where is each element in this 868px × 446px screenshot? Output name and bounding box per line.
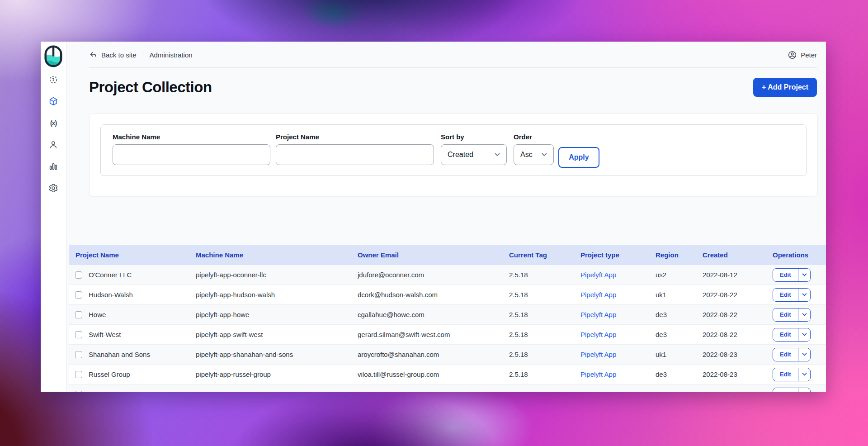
chevron-down-icon xyxy=(495,153,500,157)
edit-split-button: Edit xyxy=(773,288,811,302)
project-name-cell: Amazee xyxy=(89,390,113,392)
return-arrow-icon xyxy=(89,51,97,59)
machine-name-cell: pipelyft-app-amazee xyxy=(196,390,358,392)
row-checkbox[interactable] xyxy=(75,331,82,338)
created-cell: 2022-08-23 xyxy=(703,351,773,358)
project-type-link[interactable]: Pipelyft App xyxy=(580,351,656,358)
sort-by-value: Created xyxy=(448,151,473,159)
column-header-region[interactable]: Region xyxy=(656,251,703,259)
back-to-site-label: Back to site xyxy=(101,51,137,59)
edit-split-button: Edit xyxy=(773,368,811,381)
row-checkbox[interactable] xyxy=(75,291,82,299)
row-checkbox[interactable] xyxy=(75,311,82,318)
row-checkbox[interactable] xyxy=(75,391,82,392)
users-icon[interactable] xyxy=(48,139,59,150)
project-type-link[interactable]: Pipelyft App xyxy=(580,291,656,299)
order-select[interactable]: Asc xyxy=(514,144,554,165)
row-checkbox[interactable] xyxy=(75,371,82,378)
current-tag-cell: 2.5.18 xyxy=(509,271,580,279)
row-checkbox[interactable] xyxy=(75,271,82,279)
edit-dropdown-toggle[interactable] xyxy=(798,289,810,301)
column-header-created[interactable]: Created xyxy=(703,251,773,259)
owner-email-cell: dcork@hudson-walsh.com xyxy=(358,291,509,299)
region-cell: us2 xyxy=(656,271,703,279)
edit-dropdown-toggle[interactable] xyxy=(798,269,810,281)
chevron-down-icon xyxy=(802,293,807,296)
edit-dropdown-toggle[interactable] xyxy=(798,348,810,361)
row-checkbox[interactable] xyxy=(75,351,82,358)
add-project-button[interactable]: + Add Project xyxy=(753,78,817,97)
machine-name-cell: pipelyft-app-shanahan-and-sons xyxy=(196,351,358,358)
edit-split-button: Edit xyxy=(773,308,811,322)
edit-button[interactable]: Edit xyxy=(773,308,798,321)
region-cell: uk1 xyxy=(656,351,703,358)
edit-dropdown-toggle[interactable] xyxy=(798,388,810,392)
apply-button[interactable]: Apply xyxy=(558,147,599,168)
edit-split-button: Edit xyxy=(773,328,811,342)
current-tag-cell: 2.5.18 xyxy=(509,370,580,378)
current-tag-cell: 2.5.18 xyxy=(509,331,580,338)
sort-by-select[interactable]: Created xyxy=(441,144,507,165)
project-name-cell: Swift-West xyxy=(89,331,121,338)
edit-button[interactable]: Edit xyxy=(773,328,798,341)
table-row: Swift-West pipelyft-app-swift-west gerar… xyxy=(69,325,826,345)
select-area-icon[interactable] xyxy=(48,74,59,85)
region-cell: de3 xyxy=(656,390,703,392)
admin-panel: (x) xyxy=(41,42,826,392)
column-header-project-name[interactable]: Project Name xyxy=(69,251,196,259)
region-cell: de3 xyxy=(656,311,703,318)
current-tag-cell: 2.5.18 xyxy=(509,291,580,299)
region-cell: uk1 xyxy=(656,291,703,299)
column-header-machine-name[interactable]: Machine Name xyxy=(196,251,358,259)
edit-dropdown-toggle[interactable] xyxy=(798,308,810,321)
project-type-link[interactable]: Pipelyft App xyxy=(580,390,656,392)
chevron-down-icon xyxy=(802,353,807,356)
machine-name-input[interactable] xyxy=(113,144,270,165)
project-name-cell: Hudson-Walsh xyxy=(89,291,133,299)
edit-button[interactable]: Edit xyxy=(773,368,798,381)
functions-icon[interactable]: (x) xyxy=(48,118,59,128)
project-type-link[interactable]: Pipelyft App xyxy=(580,311,656,318)
app-logo-mouse-icon[interactable] xyxy=(44,45,62,68)
owner-email-cell: viloa.till@russel-group.com xyxy=(358,370,509,378)
topbar: Back to site Administration Peter xyxy=(66,42,826,68)
sidebar: (x) xyxy=(41,42,66,392)
order-label: Order xyxy=(514,133,554,141)
created-cell: 2022-08-22 xyxy=(703,291,773,299)
modules-cube-icon[interactable] xyxy=(48,96,59,107)
column-header-operations: Operations xyxy=(773,251,826,259)
main-area: Back to site Administration Peter Projec… xyxy=(66,42,826,392)
owner-email-cell: curtis.cox@pipelyft.com xyxy=(358,390,509,392)
column-header-project-type[interactable]: Project type xyxy=(580,251,656,259)
edit-button[interactable]: Edit xyxy=(773,289,798,301)
edit-button[interactable]: Edit xyxy=(773,388,798,392)
column-header-owner-email[interactable]: Owner Email xyxy=(358,251,509,259)
project-name-cell: Howe xyxy=(89,311,106,318)
edit-button[interactable]: Edit xyxy=(773,269,798,281)
filter-form: Machine Name Project Name Sort by Create… xyxy=(100,124,807,176)
table-body: O'Conner LLC pipelyft-app-oconner-llc jd… xyxy=(69,265,826,392)
stats-icon[interactable] xyxy=(48,161,59,172)
user-circle-icon xyxy=(788,50,797,60)
edit-button[interactable]: Edit xyxy=(773,348,798,361)
order-value: Asc xyxy=(520,151,533,159)
machine-name-label: Machine Name xyxy=(113,133,270,141)
table-row: Shanahan and Sons pipelyft-app-shanahan-… xyxy=(69,345,826,365)
edit-dropdown-toggle[interactable] xyxy=(798,328,810,341)
edit-dropdown-toggle[interactable] xyxy=(798,368,810,381)
projects-table: Project Name Machine Name Owner Email Cu… xyxy=(69,245,826,392)
created-cell: 2022-08-22 xyxy=(703,331,773,338)
project-type-link[interactable]: Pipelyft App xyxy=(580,370,656,378)
project-type-link[interactable]: Pipelyft App xyxy=(580,331,656,338)
machine-name-cell: pipelyft-app-hudson-walsh xyxy=(196,291,358,299)
project-name-cell: Shanahan and Sons xyxy=(89,351,150,358)
machine-name-cell: pipelyft-app-oconner-llc xyxy=(196,271,358,279)
edit-split-button: Edit xyxy=(773,388,811,392)
user-menu[interactable]: Peter xyxy=(788,50,817,60)
settings-gear-icon[interactable] xyxy=(48,183,59,194)
column-header-current-tag[interactable]: Current Tag xyxy=(509,251,580,259)
back-to-site-link[interactable]: Back to site xyxy=(89,51,137,59)
project-type-link[interactable]: Pipelyft App xyxy=(580,271,656,279)
edit-split-button: Edit xyxy=(773,268,811,282)
project-name-input[interactable] xyxy=(276,144,434,165)
